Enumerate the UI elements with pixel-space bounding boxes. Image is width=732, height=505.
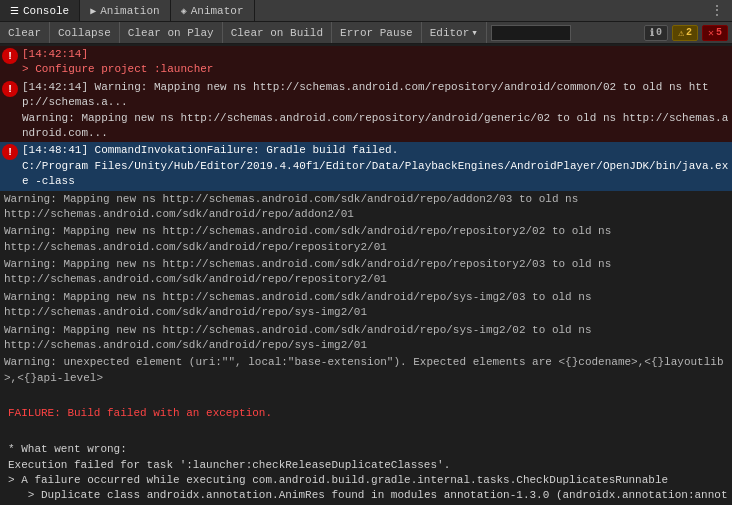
log-plain-6[interactable]: Warning: unexpected element (uri:"", loc… bbox=[0, 354, 732, 387]
error-icon: ✕ bbox=[708, 27, 714, 39]
log-text-3: [14:48:41] CommandInvokationFailure: Gra… bbox=[22, 143, 730, 189]
log-plain-text-5: Warning: Mapping new ns http://schemas.a… bbox=[4, 323, 730, 354]
tab-console[interactable]: ☰ Console bbox=[0, 0, 80, 21]
log-plain-text-1: Warning: Mapping new ns http://schemas.a… bbox=[4, 192, 730, 223]
error-icon-1: ! bbox=[2, 48, 18, 64]
clear-on-build-button[interactable]: Clear on Build bbox=[223, 22, 332, 43]
log-spacer2-text bbox=[4, 424, 730, 439]
log-plain-text-3: Warning: Mapping new ns http://schemas.a… bbox=[4, 257, 730, 288]
warn-count: 2 bbox=[686, 27, 692, 38]
tab-animator-label: Animator bbox=[191, 5, 244, 17]
info-badge[interactable]: ℹ 0 bbox=[644, 25, 668, 41]
more-options-button[interactable]: ⋮ bbox=[702, 2, 732, 19]
collapse-button[interactable]: Collapse bbox=[50, 22, 120, 43]
log-plain-1[interactable]: Warning: Mapping new ns http://schemas.a… bbox=[0, 191, 732, 224]
editor-dropdown-icon: ▾ bbox=[471, 26, 478, 39]
clear-on-play-button[interactable]: Clear on Play bbox=[120, 22, 223, 43]
clear-button[interactable]: Clear bbox=[0, 22, 50, 43]
log-failure[interactable]: FAILURE: Build failed with an exception. bbox=[0, 405, 732, 423]
tab-animator[interactable]: ◈ Animator bbox=[171, 0, 255, 21]
toolbar: Clear Collapse Clear on Play Clear on Bu… bbox=[0, 22, 732, 44]
log-entry-3[interactable]: ! [14:48:41] CommandInvokationFailure: G… bbox=[0, 142, 732, 190]
error-badge[interactable]: ✕ 5 bbox=[702, 25, 728, 41]
tab-animation-label: Animation bbox=[100, 5, 159, 17]
error-count: 5 bbox=[716, 27, 722, 38]
editor-label: Editor bbox=[430, 27, 470, 39]
error-icon-2: ! bbox=[2, 81, 18, 97]
editor-dropdown-button[interactable]: Editor ▾ bbox=[422, 22, 487, 43]
log-plain-text-6: Warning: unexpected element (uri:"", loc… bbox=[4, 355, 730, 386]
log-text-1: [14:42:14] > Configure project :launcher bbox=[22, 47, 730, 78]
warn-icon: ⚠ bbox=[678, 27, 684, 39]
log-plain-4[interactable]: Warning: Mapping new ns http://schemas.a… bbox=[0, 289, 732, 322]
info-count: 0 bbox=[656, 27, 662, 38]
error-icon-3: ! bbox=[2, 144, 18, 160]
log-whatwentwrong-text: * What went wrong: Execution failed for … bbox=[4, 442, 730, 505]
warn-badge[interactable]: ⚠ 2 bbox=[672, 25, 698, 41]
console-icon: ☰ bbox=[10, 5, 19, 17]
log-spacer-text bbox=[4, 388, 730, 403]
log-plain-2[interactable]: Warning: Mapping new ns http://schemas.a… bbox=[0, 223, 732, 256]
animator-icon: ◈ bbox=[181, 5, 187, 17]
log-entry-2[interactable]: ! [14:42:14] Warning: Mapping new ns htt… bbox=[0, 79, 732, 143]
error-pause-button[interactable]: Error Pause bbox=[332, 22, 422, 43]
log-plain-text-2: Warning: Mapping new ns http://schemas.a… bbox=[4, 224, 730, 255]
log-spacer2 bbox=[0, 423, 732, 441]
animation-icon: ▶ bbox=[90, 5, 96, 17]
info-icon: ℹ bbox=[650, 27, 654, 39]
log-plain-text-4: Warning: Mapping new ns http://schemas.a… bbox=[4, 290, 730, 321]
tab-animation[interactable]: ▶ Animation bbox=[80, 0, 170, 21]
log-failure-text: FAILURE: Build failed with an exception. bbox=[4, 406, 730, 421]
tab-bar: ☰ Console ▶ Animation ◈ Animator ⋮ bbox=[0, 0, 732, 22]
log-entry-1[interactable]: ! [14:42:14] > Configure project :launch… bbox=[0, 46, 732, 79]
search-input[interactable] bbox=[491, 25, 571, 41]
log-whatwentwrong[interactable]: * What went wrong: Execution failed for … bbox=[0, 441, 732, 505]
log-text-2: [14:42:14] Warning: Mapping new ns http:… bbox=[22, 80, 730, 142]
log-plain-spacer bbox=[0, 387, 732, 405]
log-area[interactable]: ! [14:42:14] > Configure project :launch… bbox=[0, 44, 732, 505]
tab-console-label: Console bbox=[23, 5, 69, 17]
badge-container: ℹ 0 ⚠ 2 ✕ 5 bbox=[644, 25, 732, 41]
log-plain-3[interactable]: Warning: Mapping new ns http://schemas.a… bbox=[0, 256, 732, 289]
log-plain-5[interactable]: Warning: Mapping new ns http://schemas.a… bbox=[0, 322, 732, 355]
